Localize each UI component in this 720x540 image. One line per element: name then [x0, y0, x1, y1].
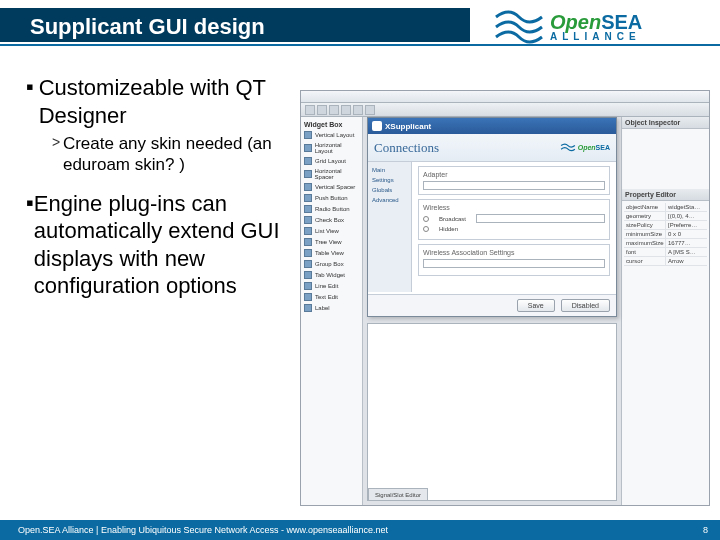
radio-label: Hidden [439, 226, 458, 232]
widget-box-item[interactable]: Label [304, 304, 359, 312]
inspector-column: Object Inspector Property Editor objectN… [621, 117, 709, 505]
widget-box-item[interactable]: Radio Button [304, 205, 359, 213]
toolbar-button[interactable] [317, 105, 327, 115]
toolbar-button[interactable] [329, 105, 339, 115]
nav-item[interactable]: Main [371, 165, 408, 175]
toolbar-button[interactable] [341, 105, 351, 115]
property-row[interactable]: cursorArrow [624, 257, 707, 266]
slide-title: Supplicant GUI design [0, 14, 265, 40]
prop-name: sizePolicy [624, 221, 666, 229]
wireless-group: Wireless Broadcast Hidden [418, 199, 610, 240]
widget-label: List View [315, 228, 339, 234]
qd-toolbar [301, 103, 709, 117]
widget-label: Horizontal Spacer [315, 168, 359, 180]
prop-value: [Preferre… [666, 221, 707, 229]
object-inspector-header: Object Inspector [622, 117, 709, 129]
dialog-form: Adapter Wireless Broadcast [412, 162, 616, 292]
subbullet-text: Create any skin needed (an eduroam skin?… [63, 133, 292, 176]
nav-item[interactable]: Settings [371, 175, 408, 185]
nav-item[interactable]: Advanced [371, 195, 408, 205]
ssid-input[interactable] [476, 214, 605, 223]
widget-label: Table View [315, 250, 344, 256]
widget-icon [304, 227, 312, 235]
widget-box-header: Widget Box [304, 121, 359, 128]
bullet-text: Customizeable with QT Designer [39, 74, 292, 129]
property-row[interactable]: fontA [MS S… [624, 248, 707, 257]
widget-label: Group Box [315, 261, 344, 267]
save-button[interactable]: Save [517, 299, 555, 312]
radio-hidden[interactable] [423, 226, 429, 232]
widget-box-item[interactable]: Push Button [304, 194, 359, 202]
signal-slot-panel: Signal/Slot Editor [367, 323, 617, 501]
widget-icon [304, 131, 312, 139]
widget-icon [304, 249, 312, 257]
prop-value: [(0,0), 4… [666, 212, 707, 220]
nav-item[interactable]: Globals [371, 185, 408, 195]
prop-value: 16777… [666, 239, 707, 247]
widget-box-item[interactable]: List View [304, 227, 359, 235]
property-row[interactable]: minimumSize0 x 0 [624, 230, 707, 239]
footer-text: Open.SEA Alliance | Enabling Ubiquitous … [18, 525, 388, 535]
widget-icon [304, 271, 312, 279]
radio-broadcast[interactable] [423, 216, 429, 222]
widget-box-item[interactable]: Vertical Layout [304, 131, 359, 139]
bullet-2: ▪ Engine plug-ins can automatically exte… [26, 190, 292, 300]
widget-box-item[interactable]: Tree View [304, 238, 359, 246]
waves-icon [560, 142, 576, 154]
widget-box-item[interactable]: Check Box [304, 216, 359, 224]
widget-box-item[interactable]: Horizontal Layout [304, 142, 359, 154]
disabled-button[interactable]: Disabled [561, 299, 610, 312]
toolbar-button[interactable] [353, 105, 363, 115]
subbullet-1: > Create any skin needed (an eduroam ski… [52, 133, 292, 176]
widget-box-item[interactable]: Grid Layout [304, 157, 359, 165]
design-canvas: XSupplicant Connections OpenSEA [363, 117, 621, 505]
object-inspector-body [622, 129, 709, 189]
toolbar-button[interactable] [305, 105, 315, 115]
widget-label: Tree View [315, 239, 342, 245]
property-row[interactable]: maximumSize16777… [624, 239, 707, 248]
dialog-nav: Main Settings Globals Advanced [368, 162, 412, 292]
bullet-text: Engine plug-ins can automatically extend… [34, 190, 292, 300]
toolbar-button[interactable] [365, 105, 375, 115]
signal-slot-tab[interactable]: Signal/Slot Editor [368, 488, 428, 500]
widget-box-item[interactable]: Table View [304, 249, 359, 257]
app-icon [372, 121, 382, 131]
prop-name: maximumSize [624, 239, 666, 247]
property-editor-header: Property Editor [622, 189, 709, 201]
radio-label: Broadcast [439, 216, 466, 222]
logo-alliance: ALLIANCE [550, 32, 642, 42]
widget-box-panel: Widget Box Vertical LayoutHorizontal Lay… [301, 117, 363, 505]
prop-value: A [MS S… [666, 248, 707, 256]
prop-value: Arrow [666, 257, 707, 265]
group-label: Wireless [423, 204, 605, 211]
prop-name: objectName [624, 203, 666, 211]
widget-icon [304, 304, 312, 312]
widget-icon [304, 194, 312, 202]
widget-box-item[interactable]: Horizontal Spacer [304, 168, 359, 180]
dialog-title: XSupplicant [385, 122, 431, 131]
adapter-select[interactable] [423, 181, 605, 190]
property-row[interactable]: geometry[(0,0), 4… [624, 212, 707, 221]
widget-box-item[interactable]: Text Edit [304, 293, 359, 301]
logo-sea: SEA [601, 11, 642, 33]
property-row[interactable]: objectNamewidgetSta… [624, 203, 707, 212]
waves-icon [494, 7, 544, 47]
adapter-group: Adapter [418, 166, 610, 195]
property-row[interactable]: sizePolicy[Preferre… [624, 221, 707, 230]
widget-icon [304, 216, 312, 224]
widget-label: Label [315, 305, 330, 311]
assoc-input[interactable] [423, 259, 605, 268]
widget-icon [304, 282, 312, 290]
widget-icon [304, 170, 312, 178]
widget-label: Text Edit [315, 294, 338, 300]
prop-name: geometry [624, 212, 666, 220]
mini-logo: OpenSEA [560, 142, 610, 154]
qd-body: Widget Box Vertical LayoutHorizontal Lay… [301, 117, 709, 505]
widget-box-item[interactable]: Group Box [304, 260, 359, 268]
widget-label: Horizontal Layout [315, 142, 359, 154]
widget-box-item[interactable]: Line Edit [304, 282, 359, 290]
widget-box-item[interactable]: Vertical Spacer [304, 183, 359, 191]
connections-heading: Connections [374, 140, 439, 156]
widget-box-item[interactable]: Tab Widget [304, 271, 359, 279]
bullet-marker: ▪ [26, 190, 34, 300]
